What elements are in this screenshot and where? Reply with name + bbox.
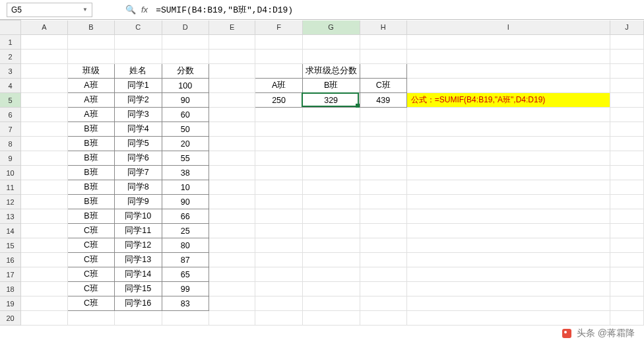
cell-I5[interactable]: 公式：=SUMIF(B4:B19,"A班",D4:D19) (406, 93, 610, 108)
cell-A18[interactable] (21, 282, 68, 296)
cell-D13[interactable]: 66 (162, 209, 209, 224)
cell-H6[interactable] (360, 108, 406, 122)
cell-F7[interactable] (255, 122, 302, 137)
cell-I9[interactable] (406, 151, 610, 166)
cell-E7[interactable] (209, 122, 255, 137)
cell-A10[interactable] (21, 166, 68, 180)
row-header-15[interactable]: 15 (0, 238, 21, 253)
cell-D5[interactable]: 90 (162, 93, 209, 108)
cell-C12[interactable]: 同学9 (115, 195, 162, 209)
cell-G13[interactable] (302, 209, 360, 224)
cell-I13[interactable] (406, 209, 610, 224)
cell-I6[interactable] (406, 108, 610, 122)
row-header-1[interactable]: 1 (0, 35, 21, 50)
cell-H2[interactable] (360, 50, 406, 64)
cell-G4[interactable]: B班 (302, 79, 360, 93)
col-header-G[interactable]: G (302, 20, 360, 35)
cell-E10[interactable] (209, 166, 255, 180)
cell-J18[interactable] (610, 282, 643, 296)
cell-J9[interactable] (610, 151, 643, 166)
cell-G18[interactable] (302, 282, 360, 296)
cell-D15[interactable]: 80 (162, 238, 209, 253)
cell-A5[interactable] (21, 93, 68, 108)
cell-I11[interactable] (406, 180, 610, 195)
row-header-13[interactable]: 13 (0, 209, 21, 224)
cell-B7[interactable]: B班 (67, 122, 114, 137)
cell-E2[interactable] (209, 50, 255, 64)
row-header-10[interactable]: 10 (0, 166, 21, 180)
cell-B2[interactable] (67, 50, 114, 64)
cell-D17[interactable]: 65 (162, 267, 209, 282)
cell-C8[interactable]: 同学5 (115, 137, 162, 151)
cell-F14[interactable] (255, 224, 302, 238)
col-header-I[interactable]: I (406, 20, 610, 35)
cell-D20[interactable] (162, 311, 209, 326)
cell-E12[interactable] (209, 195, 255, 209)
cell-E14[interactable] (209, 224, 255, 238)
cell-J5[interactable] (610, 93, 643, 108)
cell-F6[interactable] (255, 108, 302, 122)
cell-D4[interactable]: 100 (162, 79, 209, 93)
col-header-H[interactable]: H (360, 20, 406, 35)
cell-F9[interactable] (255, 151, 302, 166)
row-header-8[interactable]: 8 (0, 137, 21, 151)
cell-E4[interactable] (209, 79, 255, 93)
cell-D18[interactable]: 99 (162, 282, 209, 296)
cell-B6[interactable]: A班 (67, 108, 114, 122)
cell-H18[interactable] (360, 282, 406, 296)
cell-E3[interactable] (209, 64, 255, 79)
cell-C14[interactable]: 同学11 (115, 224, 162, 238)
cell-J20[interactable] (610, 311, 643, 326)
cell-C11[interactable]: 同学8 (115, 180, 162, 195)
cell-C10[interactable]: 同学7 (115, 166, 162, 180)
cell-C5[interactable]: 同学2 (115, 93, 162, 108)
cell-G9[interactable] (302, 151, 360, 166)
cell-B11[interactable]: B班 (67, 180, 114, 195)
cell-H16[interactable] (360, 253, 406, 267)
cell-D8[interactable]: 20 (162, 137, 209, 151)
cell-J14[interactable] (610, 224, 643, 238)
cell-H10[interactable] (360, 166, 406, 180)
cell-D16[interactable]: 87 (162, 253, 209, 267)
cell-E20[interactable] (209, 311, 255, 326)
cell-C3[interactable]: 姓名 (115, 64, 162, 79)
cell-C2[interactable] (115, 50, 162, 64)
cell-J10[interactable] (610, 166, 643, 180)
cell-B1[interactable] (67, 35, 114, 50)
cell-J1[interactable] (610, 35, 643, 50)
search-icon[interactable]: 🔍 (125, 5, 136, 15)
cell-H3[interactable] (360, 64, 406, 79)
cell-J2[interactable] (610, 50, 643, 64)
cell-D6[interactable]: 60 (162, 108, 209, 122)
cell-F15[interactable] (255, 238, 302, 253)
cell-A13[interactable] (21, 209, 68, 224)
cell-G3[interactable]: 求班级总分数 (302, 64, 360, 79)
cell-F19[interactable] (255, 296, 302, 311)
cell-I20[interactable] (406, 311, 610, 326)
cell-J17[interactable] (610, 267, 643, 282)
cell-H12[interactable] (360, 195, 406, 209)
cell-A4[interactable] (21, 79, 68, 93)
cell-F11[interactable] (255, 180, 302, 195)
cell-E5[interactable] (209, 93, 255, 108)
cell-A3[interactable] (21, 64, 68, 79)
cell-G8[interactable] (302, 137, 360, 151)
cell-I12[interactable] (406, 195, 610, 209)
cell-H8[interactable] (360, 137, 406, 151)
cell-G16[interactable] (302, 253, 360, 267)
cell-G2[interactable] (302, 50, 360, 64)
cell-F4[interactable]: A班 (255, 79, 302, 93)
formula-input[interactable]: =SUMIF(B4:B19,"B班",D4:D19) (153, 3, 296, 17)
cell-A11[interactable] (21, 180, 68, 195)
cell-E16[interactable] (209, 253, 255, 267)
name-box[interactable]: G5 ▼ (7, 3, 92, 17)
cell-E1[interactable] (209, 35, 255, 50)
row-header-5[interactable]: 5 (0, 93, 21, 108)
cell-A16[interactable] (21, 253, 68, 267)
col-header-J[interactable]: J (610, 20, 643, 35)
cell-I10[interactable] (406, 166, 610, 180)
spreadsheet-grid[interactable]: ABCDEFGHIJ123班级姓名分数求班级总分数4A班同学1100A班B班C班… (0, 20, 644, 326)
row-header-18[interactable]: 18 (0, 282, 21, 296)
cell-F3[interactable] (255, 64, 302, 79)
cell-E18[interactable] (209, 282, 255, 296)
